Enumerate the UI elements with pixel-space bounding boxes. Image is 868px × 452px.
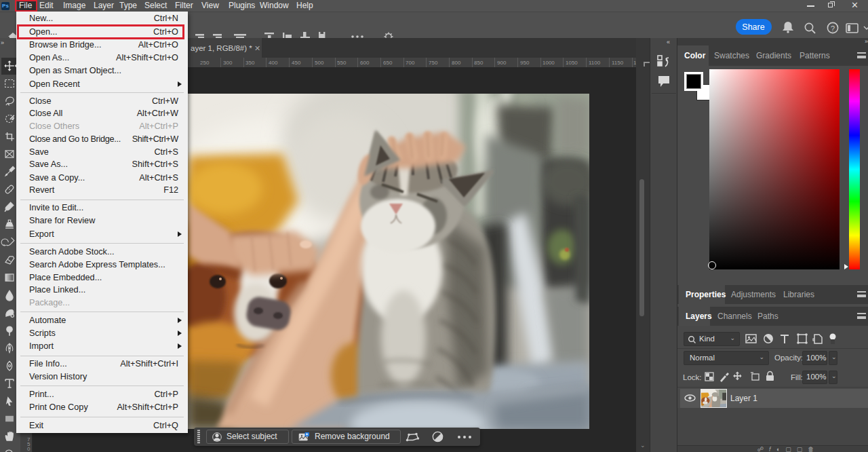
svg-text:?: ? (831, 24, 835, 33)
svg-text:Share: Share (742, 22, 764, 32)
